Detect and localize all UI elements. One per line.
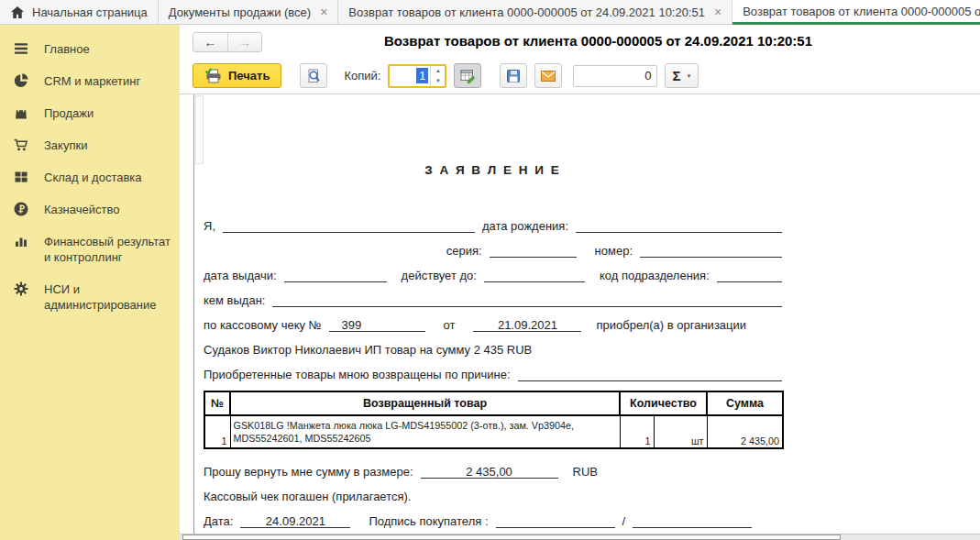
tab-return-document-print[interactable]: Возврат товаров от клиента 0000-000005 о…: [732, 0, 980, 25]
field-label: дата рождения:: [482, 219, 568, 233]
cell-qty: 1: [620, 415, 654, 448]
tab-home[interactable]: Начальная страница: [0, 0, 159, 25]
cell-num: 1: [204, 415, 230, 448]
field-label: Прошу вернуть мне сумму в размере:: [204, 465, 413, 479]
currency-label: RUB: [573, 465, 598, 479]
gear-icon: [12, 281, 30, 297]
horizontal-scrollbar[interactable]: [180, 534, 980, 540]
copies-stepper: ▲ ▼: [430, 66, 445, 86]
receipt-number: 399: [329, 318, 425, 332]
field-label: серия:: [446, 244, 482, 258]
page-title: Возврат товаров от клиента 0000-000005 о…: [235, 33, 962, 49]
date-value: 24.09.2021: [240, 514, 350, 528]
field-label: Приобретенные товары мною возвращены по …: [204, 368, 511, 381]
receipt-note-line: Кассовый чек погашен (прилагается).: [204, 489, 782, 503]
blank-line: [576, 219, 782, 233]
col-header-quantity: Количество: [620, 391, 707, 415]
save-icon: [505, 68, 522, 84]
email-icon: [540, 69, 556, 83]
document-preview[interactable]: З А Я В Л Е Н И Е Я, дата рождения: сери…: [180, 94, 980, 534]
chevron-down-icon: ▼: [686, 73, 691, 79]
copies-label: Копий:: [344, 69, 380, 83]
cell-unit: шт: [654, 415, 707, 448]
form-line-receipt: по кассовому чеку № 399 от 21.09.2021 пр…: [204, 317, 782, 332]
sidebar-item-warehouse[interactable]: Склад и доставка: [0, 161, 180, 193]
sidebar-item-finance[interactable]: Финансовый результат и контроллинг: [0, 226, 180, 273]
cart-icon: [12, 137, 30, 153]
nav-row: ← → Возврат товаров от клиента 0000-0000…: [180, 25, 980, 58]
blank-line: [284, 269, 387, 282]
sum-result-field[interactable]: 0: [573, 65, 657, 87]
field-label: от: [444, 318, 456, 332]
field-label: приобрел(а) в организации: [596, 318, 746, 332]
print-button-label: Печать: [228, 69, 270, 83]
save-button[interactable]: [500, 63, 527, 88]
spin-down-icon[interactable]: ▼: [431, 76, 445, 86]
sidebar-item-admin[interactable]: НСИ и администрирование: [0, 273, 180, 321]
sidebar-item-treasury[interactable]: Казначейство: [0, 193, 180, 226]
sidebar-item-label: CRM и маркетинг: [44, 73, 140, 89]
blank-line: [490, 244, 577, 258]
sidebar: Главное CRM и маркетинг Продажи Закупки: [0, 25, 180, 540]
scrollbar-thumb[interactable]: [182, 534, 841, 540]
cell-sum: 2 435,00: [707, 415, 783, 448]
sidebar-item-main[interactable]: Главное: [0, 33, 180, 65]
blank-line: [496, 514, 615, 528]
tab-return-document[interactable]: Возврат товаров от клиента 0000-000005 о…: [338, 0, 732, 25]
sidebar-item-label: Продажи: [44, 105, 94, 121]
sidebar-item-label: Закупки: [44, 138, 87, 153]
blank-line: [640, 244, 782, 258]
blank-line: [518, 368, 782, 381]
receipt-date: 21.09.2021: [473, 318, 581, 332]
sum-result-value: 0: [644, 69, 651, 83]
preview-button[interactable]: [300, 63, 327, 88]
sum-button[interactable]: Σ ▼: [665, 63, 699, 88]
blank-line: [633, 514, 752, 528]
email-button[interactable]: [534, 63, 562, 88]
table-header-row: № Возвращенный товар Количество Сумма: [204, 391, 783, 415]
returned-goods-table: № Возвращенный товар Количество Сумма 1 …: [204, 391, 784, 449]
form-line-reason: Приобретенные товары мною возвращены по …: [204, 367, 782, 381]
tab-bar: Начальная страница Документы продажи (вс…: [0, 0, 980, 25]
blank-line: [223, 219, 475, 233]
sidebar-item-purchases[interactable]: Закупки: [0, 129, 180, 161]
form-line-passport: серия: номер:: [204, 243, 782, 258]
sidebar-item-sales[interactable]: Продажи: [0, 97, 180, 129]
slash-separator: /: [622, 514, 626, 528]
blank-line: [272, 293, 782, 307]
ruble-icon: [12, 201, 30, 217]
blank-line: [717, 269, 782, 282]
form-line-signature: Дата: 24.09.2021 Подпись покупателя : /: [204, 513, 782, 528]
tab-label: Возврат товаров от клиента 0000-000005 о…: [348, 6, 705, 19]
copies-field[interactable]: 1: [390, 66, 430, 86]
close-icon[interactable]: ×: [714, 6, 721, 18]
field-label: Я,: [204, 219, 215, 233]
back-button[interactable]: ←: [193, 33, 227, 51]
edit-spreadsheet-button[interactable]: [454, 63, 481, 88]
sidebar-item-label: Склад и доставка: [44, 170, 142, 185]
print-button[interactable]: Печать: [193, 63, 281, 88]
printer-icon: [204, 67, 223, 84]
cell-product: GSK018LG !Манжета люка люка LG-MDS419550…: [230, 415, 620, 448]
sidebar-item-label: Главное: [44, 41, 90, 57]
shopping-bag-icon: [12, 105, 30, 121]
field-label: номер:: [595, 244, 633, 258]
close-icon[interactable]: ×: [320, 6, 327, 18]
document-title: З А Я В Л Е Н И Е: [204, 163, 782, 177]
col-header-sum: Сумма: [707, 391, 783, 415]
field-label: действует до:: [402, 269, 477, 282]
tab-label: Возврат товаров от клиента 0000-000005 о…: [743, 5, 980, 18]
copies-input[interactable]: 1 ▲ ▼: [388, 64, 446, 88]
home-icon: [10, 6, 25, 19]
tab-sales-documents[interactable]: Документы продажи (все) ×: [159, 0, 339, 25]
field-label: код подразделения:: [600, 269, 710, 282]
tab-label: Начальная страница: [32, 6, 148, 19]
preview-icon: [305, 68, 322, 84]
sidebar-item-crm[interactable]: CRM и маркетинг: [0, 65, 180, 97]
pie-chart-icon: [12, 72, 30, 89]
field-label: Дата:: [204, 514, 233, 528]
main-area: ← → Возврат товаров от клиента 0000-0000…: [180, 25, 980, 540]
spreadsheet-edit-icon: [459, 68, 476, 84]
spin-up-icon[interactable]: ▲: [431, 66, 445, 76]
sidebar-item-label: НСИ и администрирование: [44, 281, 172, 313]
